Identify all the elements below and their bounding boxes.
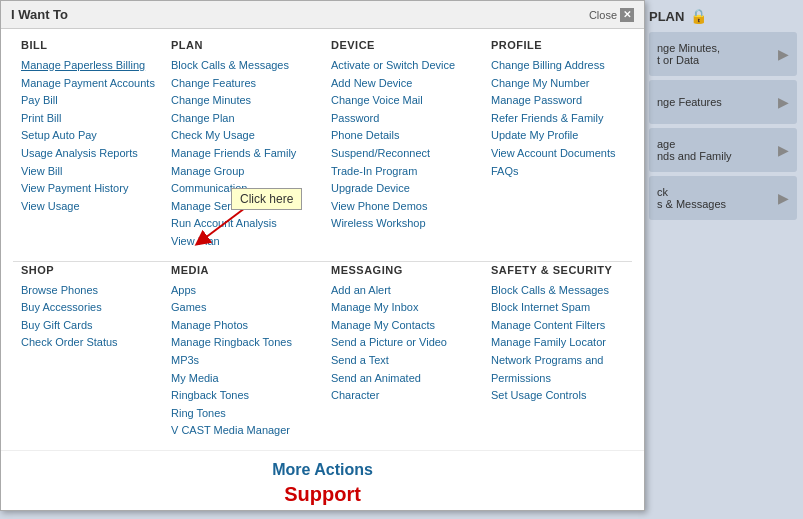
right-panel-item-3-label: agends and Family <box>657 138 732 162</box>
block-internet-spam-link[interactable]: Block Internet Spam <box>491 299 650 317</box>
permissions-link[interactable]: Permissions <box>491 370 650 388</box>
manage-ringback-tones-link[interactable]: Manage Ringback Tones <box>171 334 315 352</box>
right-panel-item-3[interactable]: agends and Family ▶ <box>649 128 797 172</box>
character-link[interactable]: Character <box>331 387 475 405</box>
games-link[interactable]: Games <box>171 299 315 317</box>
safety-block-calls-link[interactable]: Block Calls & Messages <box>491 282 650 300</box>
view-payment-history-link[interactable]: View Payment History <box>21 180 155 198</box>
right-panel: PLAN 🔒 nge Minutes,t or Data ▶ nge Featu… <box>643 0 803 519</box>
panel-title: I Want To <box>11 7 68 22</box>
faqs-link[interactable]: FAQs <box>491 163 650 181</box>
tooltip: Click here <box>231 188 302 210</box>
right-panel-item-4-icon: ▶ <box>778 190 789 206</box>
refer-friends-family-link[interactable]: Refer Friends & Family <box>491 110 650 128</box>
set-usage-controls-link[interactable]: Set Usage Controls <box>491 387 650 405</box>
safety-header: SAFETY & SECURITY <box>491 264 650 276</box>
suspend-reconnect-link[interactable]: Suspend/Reconnect <box>331 145 475 163</box>
send-text-link[interactable]: Send a Text <box>331 352 475 370</box>
trade-in-program-link[interactable]: Trade-In Program <box>331 163 475 181</box>
vcast-media-manager-link[interactable]: V CAST Media Manager <box>171 422 315 440</box>
update-my-profile-link[interactable]: Update My Profile <box>491 127 650 145</box>
change-features-link[interactable]: Change Features <box>171 75 315 93</box>
run-account-analysis-link[interactable]: Run Account Analysis <box>171 215 315 233</box>
plan-column: PLAN Block Calls & Messages Change Featu… <box>163 39 323 251</box>
activate-switch-device-link[interactable]: Activate or Switch Device <box>331 57 475 75</box>
messaging-column: MESSAGING Add an Alert Manage My Inbox M… <box>323 264 483 440</box>
bill-column: BILL Manage Paperless Billing Manage Pay… <box>13 39 163 251</box>
right-panel-item-4[interactable]: cks & Messages ▶ <box>649 176 797 220</box>
buy-accessories-link[interactable]: Buy Accessories <box>21 299 155 317</box>
panel-header: I Want To Close ✕ <box>1 1 644 29</box>
phone-details-link[interactable]: Phone Details <box>331 127 475 145</box>
right-panel-item-2[interactable]: nge Features ▶ <box>649 80 797 124</box>
change-minutes-link[interactable]: Change Minutes <box>171 92 315 110</box>
my-media-link[interactable]: My Media <box>171 370 315 388</box>
manage-paperless-billing-link[interactable]: Manage Paperless Billing <box>21 57 155 75</box>
right-panel-item-4-label: cks & Messages <box>657 186 726 210</box>
mp3s-link[interactable]: MP3s <box>171 352 315 370</box>
change-plan-link[interactable]: Change Plan <box>171 110 315 128</box>
right-panel-item-1[interactable]: nge Minutes,t or Data ▶ <box>649 32 797 76</box>
right-panel-item-3-icon: ▶ <box>778 142 789 158</box>
ringback-tones-link[interactable]: Ringback Tones <box>171 387 315 405</box>
password-link[interactable]: Password <box>331 110 475 128</box>
messaging-header: MESSAGING <box>331 264 475 276</box>
manage-payment-accounts-link[interactable]: Manage Payment Accounts <box>21 75 155 93</box>
setup-auto-pay-link[interactable]: Setup Auto Pay <box>21 127 155 145</box>
browse-phones-link[interactable]: Browse Phones <box>21 282 155 300</box>
bottom-sections: SHOP Browse Phones Buy Accessories Buy G… <box>1 262 644 450</box>
shop-header: SHOP <box>21 264 155 276</box>
manage-password-link[interactable]: Manage Password <box>491 92 650 110</box>
manage-my-inbox-link[interactable]: Manage My Inbox <box>331 299 475 317</box>
check-my-usage-link[interactable]: Check My Usage <box>171 127 315 145</box>
device-column: DEVICE Activate or Switch Device Add New… <box>323 39 483 251</box>
view-phone-demos-link[interactable]: View Phone Demos <box>331 198 475 216</box>
manage-my-contacts-link[interactable]: Manage My Contacts <box>331 317 475 335</box>
media-header: MEDIA <box>171 264 315 276</box>
view-plan-link[interactable]: View Plan <box>171 233 315 251</box>
right-panel-item-1-label: nge Minutes,t or Data <box>657 42 720 66</box>
safety-column: SAFETY & SECURITY Block Calls & Messages… <box>483 264 658 440</box>
support-link[interactable]: Support <box>1 483 644 506</box>
change-voice-mail-link[interactable]: Change Voice Mail <box>331 92 475 110</box>
close-label: Close <box>589 9 617 21</box>
send-picture-video-link[interactable]: Send a Picture or Video <box>331 334 475 352</box>
manage-photos-link[interactable]: Manage Photos <box>171 317 315 335</box>
pay-bill-link[interactable]: Pay Bill <box>21 92 155 110</box>
device-header: DEVICE <box>331 39 475 51</box>
shop-column: SHOP Browse Phones Buy Accessories Buy G… <box>13 264 163 440</box>
right-panel-section-title: PLAN 🔒 <box>643 0 803 28</box>
buy-gift-cards-link[interactable]: Buy Gift Cards <box>21 317 155 335</box>
network-programs-link[interactable]: Network Programs and <box>491 352 650 370</box>
manage-content-filters-link[interactable]: Manage Content Filters <box>491 317 650 335</box>
right-panel-item-2-label: nge Features <box>657 96 722 108</box>
upgrade-device-link[interactable]: Upgrade Device <box>331 180 475 198</box>
ring-tones-link[interactable]: Ring Tones <box>171 405 315 423</box>
apps-link[interactable]: Apps <box>171 282 315 300</box>
plan-block-calls-link[interactable]: Block Calls & Messages <box>171 57 315 75</box>
media-column: MEDIA Apps Games Manage Photos Manage Ri… <box>163 264 323 440</box>
view-bill-link[interactable]: View Bill <box>21 163 155 181</box>
view-usage-link[interactable]: View Usage <box>21 198 155 216</box>
manage-friends-family-link[interactable]: Manage Friends & Family <box>171 145 315 163</box>
manage-family-locator-link[interactable]: Manage Family Locator <box>491 334 650 352</box>
plan-header: PLAN <box>171 39 315 51</box>
change-my-number-link[interactable]: Change My Number <box>491 75 650 93</box>
manage-group-link[interactable]: Manage Group <box>171 163 315 181</box>
check-order-status-link[interactable]: Check Order Status <box>21 334 155 352</box>
more-actions-link[interactable]: More Actions <box>1 461 644 479</box>
tooltip-box: Click here <box>231 188 302 210</box>
right-panel-item-1-icon: ▶ <box>778 46 789 62</box>
wireless-workshop-link[interactable]: Wireless Workshop <box>331 215 475 233</box>
bill-header: BILL <box>21 39 155 51</box>
right-panel-title-text: PLAN <box>649 9 684 24</box>
change-billing-address-link[interactable]: Change Billing Address <box>491 57 650 75</box>
print-bill-link[interactable]: Print Bill <box>21 110 155 128</box>
usage-analysis-reports-link[interactable]: Usage Analysis Reports <box>21 145 155 163</box>
close-button[interactable]: Close ✕ <box>589 8 634 22</box>
send-animated-link[interactable]: Send an Animated <box>331 370 475 388</box>
add-alert-link[interactable]: Add an Alert <box>331 282 475 300</box>
view-account-documents-link[interactable]: View Account Documents <box>491 145 650 163</box>
manage-service-blocks-container: Manage Service Blocks Click here <box>171 198 286 216</box>
add-new-device-link[interactable]: Add New Device <box>331 75 475 93</box>
